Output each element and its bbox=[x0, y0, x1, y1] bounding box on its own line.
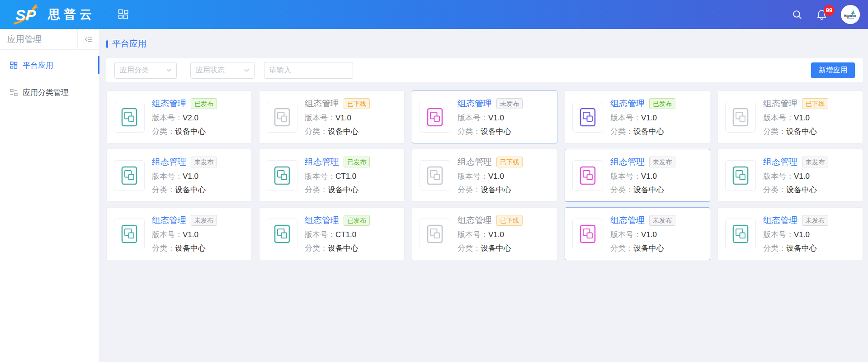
app-category: 分类：设备中心 bbox=[305, 243, 370, 253]
sidebar-item-app-category-management[interactable]: 应用分类管理 bbox=[0, 83, 99, 101]
add-app-button[interactable]: 新增应用 bbox=[811, 62, 855, 78]
app-icon-box bbox=[725, 219, 756, 249]
status-badge: 已发布 bbox=[649, 98, 675, 109]
app-category: 分类：设备中心 bbox=[152, 126, 217, 137]
app-version: 版本号：V1.0 bbox=[763, 229, 828, 240]
app-card[interactable]: 组态管理 未发布 版本号：V1.0 分类：设备中心 bbox=[565, 149, 710, 202]
app-card[interactable]: 组态管理 未发布 版本号：V1.0 分类：设备中心 bbox=[717, 149, 863, 202]
app-title-link[interactable]: 组态管理 bbox=[458, 214, 492, 226]
app-overlap-squares-icon bbox=[119, 107, 139, 127]
app-icon-box bbox=[572, 219, 603, 249]
brand-logo: SP 思普云 bbox=[13, 5, 95, 24]
app-info: 组态管理 未发布 版本号：V1.0 分类：设备中心 bbox=[610, 214, 675, 253]
app-version: 版本号：V1.0 bbox=[763, 113, 828, 123]
app-category: 分类：设备中心 bbox=[152, 243, 217, 253]
app-overlap-squares-icon bbox=[425, 166, 445, 186]
app-icon-box bbox=[114, 160, 145, 191]
app-title-link[interactable]: 组态管理 bbox=[610, 98, 645, 110]
chevron-down-icon bbox=[166, 69, 171, 72]
app-card[interactable]: 组态管理 未发布 版本号：V1.0 分类：设备中心 bbox=[717, 207, 863, 260]
app-overlap-squares-icon bbox=[119, 224, 139, 244]
app-overlap-squares-icon bbox=[731, 166, 750, 186]
app-title-link[interactable]: 组态管理 bbox=[152, 214, 186, 226]
app-info: 组态管理 未发布 版本号：V1.0 分类：设备中心 bbox=[763, 214, 828, 253]
app-icon-box bbox=[725, 102, 756, 133]
app-category: 分类：设备中心 bbox=[458, 126, 523, 137]
app-card[interactable]: 组态管理 未发布 版本号：V1.0 分类：设备中心 bbox=[106, 207, 252, 260]
app-category: 分类：设备中心 bbox=[305, 185, 370, 195]
page-title: 平台应用 bbox=[106, 38, 863, 50]
avatar-brand-text: Hignton bbox=[844, 14, 856, 18]
app-version: 版本号：CT1.0 bbox=[305, 171, 370, 181]
app-overlap-squares-icon bbox=[731, 107, 750, 127]
app-card[interactable]: 组态管理 已发布 版本号：CT1.0 分类：设备中心 bbox=[259, 207, 405, 260]
app-title-link[interactable]: 组态管理 bbox=[152, 156, 186, 168]
app-icon-box bbox=[572, 102, 603, 133]
app-category: 分类：设备中心 bbox=[610, 185, 675, 195]
app-card[interactable]: 组态管理 未发布 版本号：V1.0 分类：设备中心 bbox=[106, 149, 252, 202]
main-content: 平台应用 应用分类 应用状态 新增应用 bbox=[99, 29, 868, 362]
app-version: 版本号：V1.0 bbox=[458, 229, 523, 240]
app-card[interactable]: 组态管理 未发布 版本号：V1.0 分类：设备中心 bbox=[412, 90, 557, 143]
app-icon-box bbox=[267, 102, 297, 133]
title-accent-bar bbox=[106, 40, 108, 48]
notifications-bell-icon[interactable]: 99 bbox=[816, 9, 827, 20]
app-info: 组态管理 已发布 版本号：V1.0 分类：设备中心 bbox=[610, 98, 675, 137]
app-card[interactable]: 组态管理 已下线 版本号：V1.0 分类：设备中心 bbox=[412, 207, 557, 260]
status-badge: 未发布 bbox=[649, 215, 675, 226]
app-grid: 组态管理 已发布 版本号：V2.0 分类：设备中心 组态管理 已下线 bbox=[106, 90, 863, 260]
app-title-link[interactable]: 组态管理 bbox=[458, 156, 492, 168]
app-title-link[interactable]: 组态管理 bbox=[610, 156, 645, 168]
app-overlap-squares-icon bbox=[272, 224, 292, 244]
status-badge: 已发布 bbox=[344, 215, 370, 226]
app-card[interactable]: 组态管理 未发布 版本号：V1.0 分类：设备中心 bbox=[565, 207, 710, 260]
app-info: 组态管理 未发布 版本号：V1.0 分类：设备中心 bbox=[610, 156, 675, 195]
status-badge: 已下线 bbox=[496, 215, 523, 226]
app-card[interactable]: 组态管理 已下线 版本号：V1.0 分类：设备中心 bbox=[412, 149, 557, 202]
user-avatar[interactable]: Hignton bbox=[841, 5, 860, 24]
app-version: 版本号：V1.0 bbox=[152, 229, 217, 240]
app-category: 分类：设备中心 bbox=[763, 126, 828, 137]
app-title-link[interactable]: 组态管理 bbox=[305, 98, 339, 110]
app-version: 版本号：V1.0 bbox=[610, 113, 675, 123]
status-badge: 已发布 bbox=[344, 157, 370, 167]
app-icon-box bbox=[267, 219, 297, 249]
app-card[interactable]: 组态管理 已发布 版本号：CT1.0 分类：设备中心 bbox=[259, 149, 405, 202]
app-icon-box bbox=[572, 160, 603, 191]
app-card[interactable]: 组态管理 已发布 版本号：V2.0 分类：设备中心 bbox=[106, 90, 252, 143]
app-info: 组态管理 未发布 版本号：V1.0 分类：设备中心 bbox=[458, 98, 523, 137]
app-info: 组态管理 未发布 版本号：V1.0 分类：设备中心 bbox=[152, 156, 217, 195]
app-title-link[interactable]: 组态管理 bbox=[305, 214, 339, 226]
app-version: 版本号：V2.0 bbox=[152, 113, 217, 123]
app-title-link[interactable]: 组态管理 bbox=[458, 98, 492, 110]
app-version: 版本号：V1.0 bbox=[610, 171, 675, 181]
sidebar-item-platform-apps[interactable]: 平台应用 bbox=[0, 56, 99, 74]
app-card[interactable]: 组态管理 已下线 版本号：V1.0 分类：设备中心 bbox=[717, 90, 863, 143]
status-badge: 已发布 bbox=[191, 98, 217, 109]
app-version: 版本号：V1.0 bbox=[763, 171, 828, 181]
app-title-link[interactable]: 组态管理 bbox=[763, 98, 797, 110]
sidebar-collapse-icon[interactable] bbox=[77, 29, 99, 49]
app-title-link[interactable]: 组态管理 bbox=[152, 98, 186, 110]
app-title-link[interactable]: 组态管理 bbox=[763, 156, 797, 168]
app-info: 组态管理 未发布 版本号：V1.0 分类：设备中心 bbox=[152, 214, 217, 253]
app-icon-box bbox=[725, 160, 756, 191]
status-badge: 未发布 bbox=[802, 157, 828, 167]
app-title-link[interactable]: 组态管理 bbox=[763, 214, 797, 226]
app-version: 版本号：V1.0 bbox=[458, 171, 523, 181]
status-badge: 未发布 bbox=[802, 215, 828, 226]
sidebar: 应用管理 bbox=[0, 29, 99, 362]
app-overlap-squares-icon bbox=[425, 107, 445, 127]
app-status-select[interactable]: 应用状态 bbox=[190, 62, 255, 79]
app-category: 分类：设备中心 bbox=[305, 126, 370, 137]
app-overlap-squares-icon bbox=[578, 107, 598, 127]
app-category-select[interactable]: 应用分类 bbox=[114, 62, 177, 79]
app-title-link[interactable]: 组态管理 bbox=[610, 214, 645, 226]
app-title-link[interactable]: 组态管理 bbox=[305, 156, 339, 168]
app-card[interactable]: 组态管理 已下线 版本号：V1.0 分类：设备中心 bbox=[259, 90, 405, 143]
search-icon[interactable] bbox=[792, 10, 802, 20]
apps-grid-icon[interactable] bbox=[118, 9, 129, 20]
sidebar-item-label: 平台应用 bbox=[23, 60, 53, 71]
search-input[interactable] bbox=[264, 62, 353, 79]
app-card[interactable]: 组态管理 已发布 版本号：V1.0 分类：设备中心 bbox=[565, 90, 710, 143]
